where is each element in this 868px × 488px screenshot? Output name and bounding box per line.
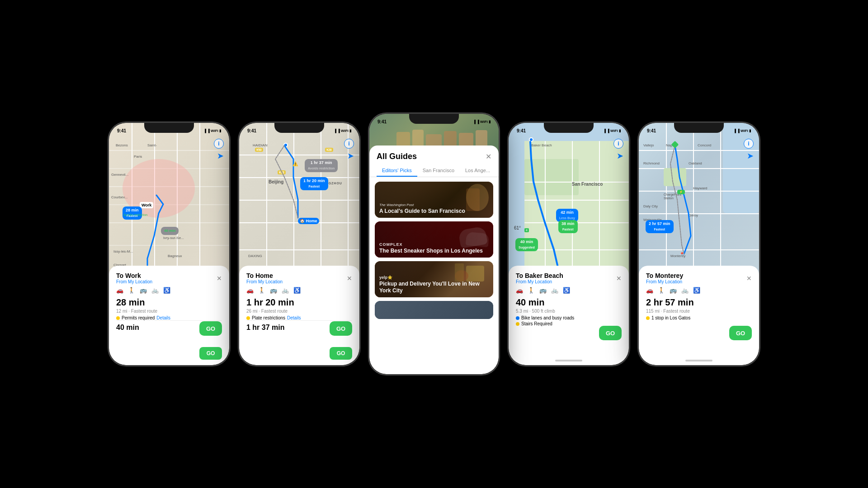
transport-row-paris: 🚗 🚶 🚌 🚲 ♿	[116, 287, 222, 294]
transport-transit-sf[interactable]: 🚌	[539, 287, 547, 294]
transport-bike-b[interactable]: 🚲	[282, 287, 289, 294]
avoids-text: Avoids restriction	[123, 213, 147, 216]
time-display-beijing: 1 hr 20 min	[246, 297, 352, 308]
second-time-beijing: 1 hr 37 min	[246, 324, 284, 332]
guides-close-btn[interactable]: ✕	[486, 152, 491, 161]
details-link-paris[interactable]: Details	[156, 315, 170, 320]
status-icons-4: ▐ ▐ WiFi ▮	[603, 129, 621, 133]
phones-container: 9:41 ▐ ▐ WiFi ▮ Paris Bezons	[90, 86, 778, 402]
transport-walk-sf[interactable]: 🚶	[528, 287, 535, 294]
guide-card-4[interactable]	[375, 301, 493, 319]
route-note-beijing: Plate restrictions Details	[246, 315, 352, 320]
from-location-monterey: From My Location	[646, 279, 683, 284]
go-btn-bottom-beijing[interactable]: GO	[330, 347, 352, 360]
tab-editors-picks[interactable]: Editors' Picks	[377, 165, 417, 177]
guide-source-yelp: yelp⭐	[379, 275, 489, 280]
warning-icon: ⚠️	[292, 161, 298, 166]
info-button-beijing[interactable]: i	[344, 139, 354, 149]
bottom-panel-monterey: To Monterey From My Location ✕ 🚗 🚶 🚌 🚲 ♿…	[639, 266, 759, 365]
phone-sf: 9:41 ▐ ▐ WiFi ▮ S	[508, 122, 630, 366]
phone-beijing: 9:41 ▐ ▐ WiFi ▮ Beijing HAIDIAN TONGZHOU	[238, 122, 360, 366]
details-link-beijing[interactable]: Details	[287, 315, 301, 320]
info-button-monterey[interactable]: i	[744, 139, 754, 149]
close-btn-paris[interactable]: ✕	[217, 275, 222, 282]
transport-walk-b[interactable]: 🚶	[258, 287, 265, 294]
transport-transit[interactable]: 🚌	[140, 287, 147, 294]
avoids-tag: 40 min	[164, 229, 175, 233]
nav-arrow-beijing[interactable]: ➤	[347, 151, 354, 161]
card-content-complex: COMPLEX The Best Sneaker Shops in Los An…	[379, 242, 489, 254]
notch-4	[544, 123, 594, 133]
transport-row-sf: 🚗 🚶 🚌 🚲 ♿	[516, 287, 622, 294]
suggested-label: Suggested	[519, 246, 535, 249]
close-btn-monterey[interactable]: ✕	[746, 275, 752, 282]
badge-label-fastest: Fastest	[309, 185, 320, 188]
bottom-panel-beijing: To Home From My Location ✕ 🚗 🚶 🚌 🚲 ♿ 1 h…	[239, 266, 359, 365]
nav-arrow-paris[interactable]: ➤	[217, 151, 224, 161]
route-badge-alt: 40 min	[161, 227, 179, 235]
notch-1	[144, 123, 194, 133]
transport-bike-sf[interactable]: 🚲	[551, 287, 558, 294]
tab-san-francisco[interactable]: San Francisco	[417, 165, 460, 177]
transport-bike[interactable]: 🚲	[151, 287, 159, 294]
guides-list: The Washington Post A Local's Guide to S…	[369, 182, 499, 365]
time-display-paris: 28 min	[116, 297, 222, 308]
guides-tabs: Editors' Picks San Francisco Los Ange...	[369, 165, 499, 177]
guide-card-sf[interactable]: The Washington Post A Local's Guide to S…	[375, 182, 493, 218]
destination-title-beijing: To Home	[246, 272, 283, 279]
route-info-sf: 5.3 mi · 500 ft climb	[516, 309, 622, 314]
scroll-indicator-sf	[555, 360, 582, 361]
bottom-panel-sf: To Baker Beach From My Location ✕ 🚗 🚶 🚌 …	[509, 266, 629, 365]
info-button-paris[interactable]: i	[214, 139, 224, 149]
transport-row-beijing: 🚗 🚶 🚌 🚲 ♿	[246, 287, 352, 294]
route-badge-beijing-alt: 1 hr 37 minAvoids restriction	[305, 159, 338, 172]
from-location-beijing: From My Location	[246, 279, 283, 284]
guide-card-complex[interactable]: COMPLEX The Best Sneaker Shops in Los An…	[375, 221, 493, 258]
phone-monterey: 9:41 ▐ ▐ WiFi ▮ Vallejo Napa Concord	[638, 122, 760, 366]
close-btn-sf[interactable]: ✕	[616, 275, 622, 282]
guide-title-sf: A Local's Guide to San Francisco	[379, 208, 489, 214]
nav-arrow-sf[interactable]: ➤	[617, 151, 623, 161]
transport-car-m[interactable]: 🚗	[646, 287, 653, 294]
notch-2	[274, 123, 324, 133]
phone-guides: 9:41 ▐ ▐ WiFi ▮ All	[368, 113, 500, 375]
route-note-monterey: 1 stop in Los Gatos	[646, 315, 752, 320]
status-icons-1: ▐ ▐ WiFi ▮	[203, 129, 221, 133]
card-bg-4	[375, 301, 493, 319]
go-btn-bottom-paris[interactable]: GO	[199, 347, 222, 360]
info-button-sf[interactable]: i	[613, 139, 623, 149]
time-display-sf: 40 min	[516, 297, 622, 308]
transport-wheelchair-m[interactable]: ♿	[693, 287, 700, 294]
time-display-monterey: 2 hr 57 min	[646, 297, 752, 308]
transport-car-sf[interactable]: 🚗	[516, 287, 523, 294]
destination-row-monterey: To Monterey From My Location ✕	[646, 272, 752, 284]
close-btn-beijing[interactable]: ✕	[347, 275, 352, 282]
transport-walk[interactable]: 🚶	[128, 287, 135, 294]
scroll-indicator-monterey	[685, 360, 712, 361]
tab-los-angeles[interactable]: Los Ange...	[460, 165, 495, 177]
transport-transit-m[interactable]: 🚌	[670, 287, 677, 294]
badge-avoids: Avoids restriction	[308, 167, 335, 170]
time-3: 9:41	[377, 119, 387, 124]
transport-wheelchair-b[interactable]: ♿	[293, 287, 301, 294]
second-time-paris: 40 min	[116, 324, 139, 332]
nav-arrow-monterey[interactable]: ➤	[747, 151, 754, 161]
destination-row-paris: To Work From My Location ✕	[116, 272, 222, 284]
temperature-sf: 61°	[514, 225, 521, 230]
guide-card-yelp[interactable]: yelp⭐ Pickup and Delivery You'll Love in…	[375, 261, 493, 297]
transport-car-b[interactable]: 🚗	[246, 287, 254, 294]
transport-wheelchair[interactable]: ♿	[163, 287, 170, 294]
transport-wheelchair-sf[interactable]: ♿	[563, 287, 570, 294]
route-badge-monterey: 2 hr 57 minFastest	[646, 220, 674, 233]
guide-source-complex: COMPLEX	[379, 242, 489, 247]
go-btn-paris[interactable]: GO	[199, 321, 222, 336]
go-btn-sf[interactable]: GO	[599, 326, 622, 340]
transport-transit-b[interactable]: 🚌	[270, 287, 277, 294]
from-location-paris: From My Location	[116, 279, 152, 284]
transport-car[interactable]: 🚗	[116, 287, 123, 294]
go-btn-beijing[interactable]: GO	[330, 321, 352, 336]
transport-walk-m[interactable]: 🚶	[658, 287, 665, 294]
go-btn-monterey[interactable]: GO	[729, 326, 752, 340]
route-info-monterey: 115 mi · Fastest route	[646, 309, 752, 314]
transport-bike-m[interactable]: 🚲	[681, 287, 689, 294]
